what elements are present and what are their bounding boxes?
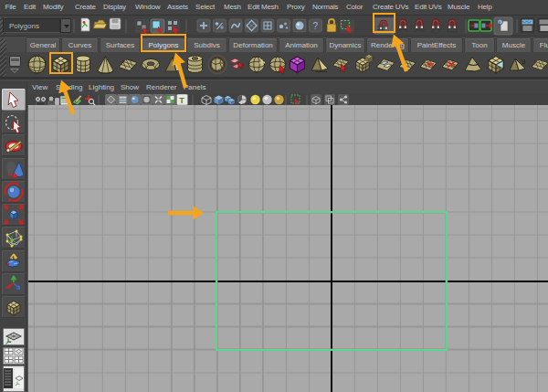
svg-text:i: i [499,20,500,26]
svg-text:?: ? [313,21,319,31]
svg-text:T: T [179,96,184,105]
